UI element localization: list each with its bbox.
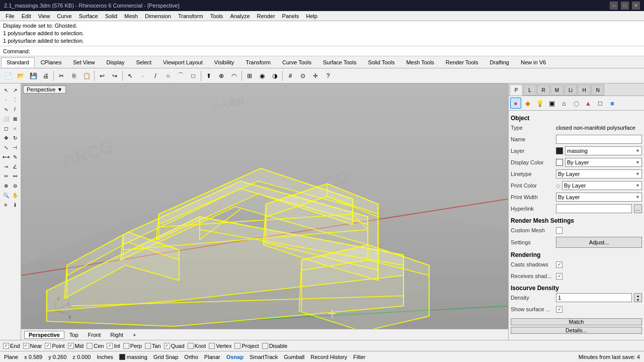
toolbar-tab-standard[interactable]: Standard: [1, 57, 35, 67]
snap-icon[interactable]: ⊙: [297, 70, 309, 82]
point-icon[interactable]: ·: [137, 70, 149, 82]
menu-item-edit[interactable]: Edit: [18, 12, 35, 20]
menu-item-render[interactable]: Render: [254, 12, 279, 20]
toolbar-tab-solid-tools[interactable]: Solid Tools: [362, 57, 400, 67]
dim-tool[interactable]: ⟷: [2, 152, 11, 161]
snap-item-tan[interactable]: Tan: [145, 343, 161, 349]
layer-icon[interactable]: ⊞: [244, 70, 256, 82]
paste-icon[interactable]: 📋: [80, 70, 93, 82]
snap-item-end[interactable]: ✓End: [3, 343, 20, 349]
snap-item-project[interactable]: Project: [234, 343, 259, 349]
scale-tool[interactable]: ⤡: [2, 143, 11, 152]
match-button[interactable]: Match: [511, 318, 642, 325]
ortho-btn[interactable]: Ortho: [184, 354, 198, 360]
trim-tool[interactable]: ✂: [2, 171, 11, 180]
point-tool[interactable]: ·: [2, 95, 11, 104]
line-icon[interactable]: /: [149, 70, 162, 82]
details-button[interactable]: Details...: [511, 327, 642, 334]
snap-item-near[interactable]: ✓Near: [23, 343, 42, 349]
redo-icon[interactable]: ↪: [109, 70, 121, 82]
gumball-btn[interactable]: Gumball: [284, 354, 304, 360]
cut-icon[interactable]: ✂: [55, 70, 67, 82]
menu-item-surface[interactable]: Surface: [75, 12, 102, 20]
snap-item-knot[interactable]: Knot: [188, 343, 206, 349]
layer-panel-tool[interactable]: ≡: [2, 200, 11, 209]
notes-tab[interactable]: N: [591, 84, 604, 96]
angle-tool[interactable]: ∠: [11, 162, 20, 171]
render-icon[interactable]: ◉: [256, 70, 268, 82]
snap-item-perp[interactable]: Perp: [123, 343, 142, 349]
toolbar-tab-render-tools[interactable]: Render Tools: [440, 57, 484, 67]
snap-item-disable[interactable]: Disable: [262, 343, 288, 349]
fillet-icon[interactable]: ◠: [228, 70, 240, 82]
texture-icon[interactable]: ▣: [546, 98, 557, 109]
layer-dropdown[interactable]: massing ▼: [565, 146, 642, 155]
snap-check-perp[interactable]: [123, 343, 129, 349]
copy-icon[interactable]: ⎘: [68, 70, 80, 82]
env-icon[interactable]: ◌: [571, 98, 582, 109]
print-width-dropdown[interactable]: By Layer ▼: [556, 193, 642, 202]
toolbar-tab-drafting[interactable]: Drafting: [484, 57, 515, 67]
snap-check-quad[interactable]: ✓: [164, 343, 170, 349]
record-history-btn[interactable]: Record History: [310, 354, 347, 360]
decal-icon[interactable]: □: [595, 98, 606, 109]
minimize-button[interactable]: ─: [610, 2, 618, 10]
snap-check-near[interactable]: ✓: [23, 343, 29, 349]
line-tool[interactable]: /: [11, 105, 20, 114]
new-icon[interactable]: 📄: [2, 70, 14, 82]
rotate-tool[interactable]: ↻: [11, 133, 20, 142]
display-icon[interactable]: ◑: [269, 70, 281, 82]
open-icon[interactable]: 📂: [15, 70, 27, 82]
menu-item-analyze[interactable]: Analyze: [226, 12, 253, 20]
casts-shadows-checkbox[interactable]: ✓: [556, 261, 562, 268]
object-prop-icon[interactable]: ●: [510, 98, 521, 109]
toolbar-tab-curve-tools[interactable]: Curve Tools: [277, 57, 317, 67]
select-icon[interactable]: ↖: [124, 70, 136, 82]
multipoint-tool[interactable]: ⁚: [11, 95, 20, 104]
viewport-label[interactable]: Perspective ▼: [23, 85, 66, 94]
prop-tool[interactable]: ℹ: [11, 200, 20, 209]
menu-item-curve[interactable]: Curve: [53, 12, 75, 20]
move-tool[interactable]: ✥: [2, 133, 11, 142]
displacement-icon[interactable]: ▲: [583, 98, 594, 109]
menu-item-help[interactable]: Help: [302, 12, 321, 20]
adjust-button[interactable]: Adjust...: [556, 237, 642, 248]
environment-tab[interactable]: H: [578, 84, 591, 96]
density-spin-up[interactable]: ▲: [634, 294, 641, 298]
hyperlink-input[interactable]: [556, 204, 632, 213]
display-color-dropdown[interactable]: By Layer ▼: [565, 158, 642, 167]
rect-icon[interactable]: □: [187, 70, 199, 82]
snap-item-int[interactable]: ✓Int: [107, 343, 120, 349]
grid-icon[interactable]: #: [284, 70, 296, 82]
snap-item-point[interactable]: ✓Point: [45, 343, 64, 349]
layers-tab[interactable]: L: [523, 84, 536, 96]
receives-shad-checkbox[interactable]: ✓: [556, 273, 562, 280]
density-spinner[interactable]: ▲ ▼: [634, 293, 642, 302]
mesh-tool[interactable]: ⊠: [11, 114, 20, 123]
menu-item-dimension[interactable]: Dimension: [141, 12, 175, 20]
menu-item-panels[interactable]: Panels: [279, 12, 303, 20]
name-input[interactable]: [556, 135, 642, 144]
viewport[interactable]: Perspective ▼ RRCG RRCG RRCG RRCG RRCG 人…: [21, 83, 508, 340]
snap-check-end[interactable]: ✓: [3, 343, 9, 349]
menu-item-view[interactable]: View: [35, 12, 54, 20]
show-surface-checkbox[interactable]: ✓: [556, 306, 562, 313]
sphere-tool[interactable]: ○: [11, 124, 20, 133]
box-tool[interactable]: ◻: [2, 124, 11, 133]
bool-diff-tool[interactable]: ⊖: [11, 181, 20, 190]
properties-tab[interactable]: P: [510, 84, 523, 96]
top-view-btn[interactable]: Top: [65, 331, 83, 339]
toolbar-tab-cplanes[interactable]: CPlanes: [35, 57, 67, 67]
add-viewport-btn[interactable]: +: [128, 331, 140, 339]
toolbar-tab-select[interactable]: Select: [131, 57, 157, 67]
toolbar-tab-surface-tools[interactable]: Surface Tools: [317, 57, 362, 67]
snap-check-knot[interactable]: [188, 343, 194, 349]
snap-item-quad[interactable]: ✓Quad: [164, 343, 185, 349]
hyperlink-edit-btn[interactable]: …: [634, 204, 642, 213]
toolbar-tab-new-in-v6[interactable]: New in V6: [515, 57, 551, 67]
snap-check-vertex[interactable]: [209, 343, 215, 349]
surface-tool[interactable]: ⬜: [2, 114, 11, 123]
menu-item-mesh[interactable]: Mesh: [121, 12, 141, 20]
help-icon[interactable]: ?: [322, 70, 334, 82]
lights-tab[interactable]: Li: [564, 84, 577, 96]
